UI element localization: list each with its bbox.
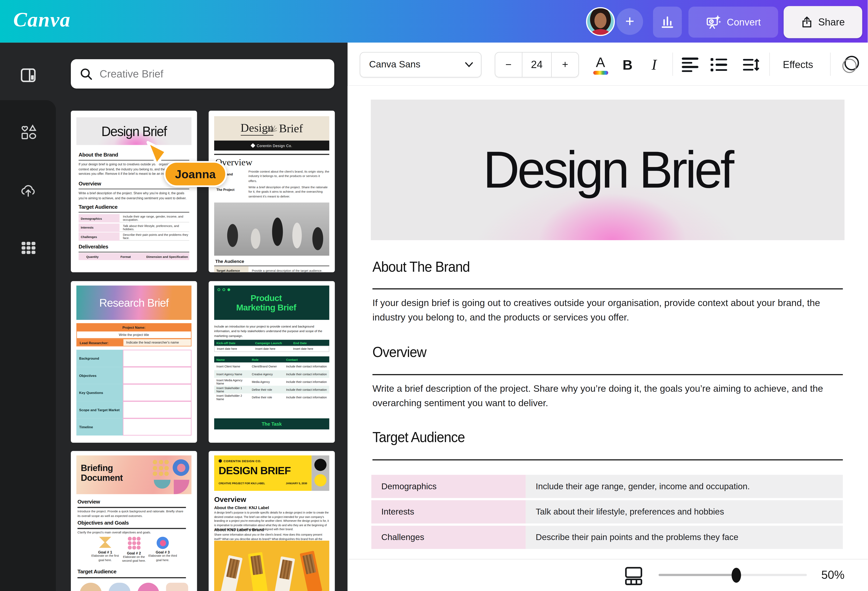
template-card-design-brief-pink[interactable]: Design Brief About the Brand If your des… bbox=[71, 111, 197, 272]
add-member-button[interactable]: + bbox=[617, 8, 643, 35]
font-size-increase-button[interactable]: + bbox=[552, 53, 578, 77]
table-value: Include their age range, gender, income … bbox=[526, 475, 843, 498]
table-value: Media Agency bbox=[249, 378, 284, 386]
bottom-bar: 50% bbox=[348, 559, 868, 591]
line-spacing-icon bbox=[742, 58, 760, 72]
audience-table-row[interactable]: Challenges Describe their pain points an… bbox=[371, 526, 843, 549]
table-label: Scope and Target Market bbox=[77, 401, 123, 418]
section-heading: About KNJ Label's Brand bbox=[214, 527, 264, 532]
section-heading: Target Audience bbox=[79, 204, 118, 210]
doc-section-body[interactable]: Write a brief description of the project… bbox=[372, 382, 844, 411]
table-value: Include their contact information bbox=[284, 386, 329, 393]
goal-name: Goal # 1 bbox=[90, 550, 121, 554]
elements-icon[interactable] bbox=[19, 123, 37, 140]
table-header: Role bbox=[249, 356, 284, 362]
audience-table-row[interactable]: Demographics Include their age range, ge… bbox=[371, 475, 843, 498]
font-size-decrease-button[interactable]: − bbox=[495, 53, 522, 77]
template-card-briefing-document[interactable]: BriefingDocument Overview Introduce the … bbox=[71, 451, 197, 591]
template-title: Design Brief bbox=[101, 123, 167, 139]
table-value: Describe their pain points and the probl… bbox=[526, 526, 843, 549]
template-card-research-brief[interactable]: Research Brief Project Name: Write the p… bbox=[71, 281, 197, 443]
document-title[interactable]: Design Brief bbox=[483, 140, 732, 200]
browser-dots-icon bbox=[217, 288, 230, 291]
text-align-button[interactable] bbox=[682, 52, 706, 77]
table-label: Challenges bbox=[79, 232, 120, 241]
templates-panel: Design Brief About the Brand If your des… bbox=[0, 43, 348, 591]
table-value: Include their contact information bbox=[284, 362, 329, 370]
table-header: Contact bbox=[284, 356, 329, 362]
template-title: Brief bbox=[279, 121, 303, 135]
table-label: Challenges bbox=[371, 526, 526, 549]
template-title: BriefingDocument bbox=[81, 463, 123, 483]
doc-section-heading[interactable]: Overview bbox=[372, 344, 426, 361]
subtitle: CREATIVE PROJECT FOR KNJ LABEL bbox=[218, 482, 265, 485]
share-button[interactable]: Share bbox=[784, 6, 862, 38]
avatar[interactable] bbox=[586, 7, 615, 36]
goal-desc: Elaborate on the first goal here. bbox=[90, 554, 121, 562]
insights-button[interactable] bbox=[653, 7, 682, 37]
bar-chart-icon bbox=[660, 15, 675, 29]
font-family-select[interactable]: Canva Sans bbox=[360, 52, 481, 77]
table-label: Interests bbox=[79, 223, 120, 232]
goal-name: Goal # 3 bbox=[147, 550, 178, 554]
table-value: Creative Agency bbox=[249, 370, 284, 378]
apps-grid-icon[interactable] bbox=[19, 239, 37, 257]
section-divider bbox=[372, 374, 843, 375]
brand-row: CORENTIN DESIGN CO. bbox=[218, 460, 261, 463]
table-label: Lead Researcher: bbox=[77, 339, 123, 346]
doc-section-heading[interactable]: Target Audience bbox=[372, 429, 465, 446]
overlapping-circles-icon bbox=[840, 53, 862, 76]
canva-logo[interactable]: Canva bbox=[13, 8, 71, 32]
template-title: Research Brief bbox=[99, 296, 168, 309]
sidebar-panel-toggle-icon[interactable] bbox=[19, 66, 37, 84]
audience-table-row[interactable]: Interests Talk about their lifestyle, pr… bbox=[371, 500, 843, 524]
font-size-value[interactable]: 24 bbox=[522, 53, 552, 77]
shadow-style-button[interactable] bbox=[838, 52, 864, 77]
bold-button[interactable]: B bbox=[617, 52, 639, 77]
italic-button[interactable]: I bbox=[643, 52, 665, 77]
section-heading: Objectives and Goals bbox=[77, 520, 128, 526]
grid-view-icon[interactable] bbox=[623, 566, 644, 587]
audience-photo bbox=[108, 583, 130, 591]
goal-desc: Elaborate on the second goal here. bbox=[118, 555, 149, 563]
toolbar-divider bbox=[830, 53, 831, 76]
template-card-product-marketing-brief[interactable]: ProductMarketing Brief Include an introd… bbox=[209, 281, 335, 443]
audience-photo bbox=[137, 583, 159, 591]
effects-button[interactable]: Effects bbox=[777, 52, 819, 77]
uploads-icon[interactable] bbox=[19, 182, 37, 199]
dot-icon bbox=[218, 460, 222, 463]
collaborator-name-badge: Joanna bbox=[164, 161, 227, 187]
table-value: Insert date here bbox=[291, 346, 329, 352]
search-input[interactable] bbox=[100, 68, 326, 80]
template-title: DESIGN BRIEF bbox=[218, 465, 291, 477]
bullet-list-button[interactable] bbox=[711, 52, 735, 77]
table-header: Campaign Launch bbox=[253, 340, 291, 346]
section-heading: The Audience bbox=[216, 259, 244, 264]
toolbar-divider bbox=[769, 53, 770, 76]
template-card-design-brief-serif[interactable]: Design Brief Corentin Design Co. Overvie… bbox=[209, 111, 335, 272]
table-value: Insert date here bbox=[215, 346, 253, 352]
table-label: Timeline bbox=[77, 418, 123, 436]
table-header: Dimension and Specification bbox=[145, 253, 189, 260]
document-header-image[interactable]: Design Brief bbox=[371, 99, 844, 240]
doc-section-heading[interactable]: About The Brand bbox=[372, 259, 470, 276]
font-size-stepper: − 24 + bbox=[495, 52, 579, 77]
goal-name: Goal # 2 bbox=[118, 551, 149, 555]
zoom-slider-knob[interactable] bbox=[732, 568, 741, 582]
text-color-button[interactable]: A bbox=[589, 51, 611, 79]
section-body: Write a brief description of the project… bbox=[79, 191, 189, 201]
table-value: Write the project title bbox=[77, 331, 192, 339]
goal-desc: Elaborate on the third goal here. bbox=[147, 554, 178, 562]
template-card-design-brief-yellow[interactable]: CORENTIN DESIGN CO. DESIGN BRIEF CREATIV… bbox=[209, 451, 335, 591]
convert-button[interactable]: Convert bbox=[688, 7, 778, 37]
section-heading: Deliverables bbox=[79, 244, 108, 250]
table-value: Insert Media Agency Name bbox=[214, 378, 249, 386]
table-value: Insert Stakeholder 1 Name bbox=[214, 386, 249, 393]
design-canvas: Design Brief About The Brand If your des… bbox=[348, 86, 868, 559]
table-label: Key Questions bbox=[77, 384, 123, 401]
table-header: Name bbox=[214, 356, 249, 362]
audience-photo bbox=[166, 583, 188, 591]
product-photo bbox=[214, 541, 329, 591]
line-spacing-button[interactable] bbox=[738, 52, 764, 77]
doc-section-body[interactable]: If your design brief is going out to cre… bbox=[372, 296, 844, 325]
